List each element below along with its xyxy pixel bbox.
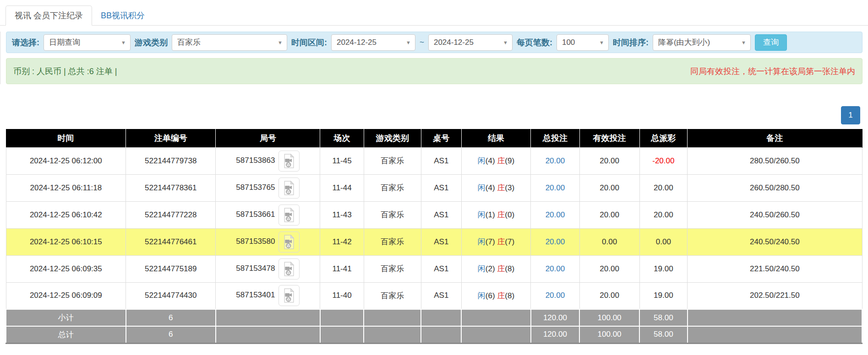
total-bet-link[interactable]: 20.00 <box>546 291 565 300</box>
valid-bet-cell: 20.00 <box>579 201 639 228</box>
valid-bet-notice-text: 同局有效投注，统一计算在该局第一张注单内 <box>690 66 855 77</box>
subtotal-payout: 58.00 <box>639 309 688 326</box>
grand-total-valid-bet: 100.00 <box>579 326 639 343</box>
date-to-select[interactable]: 2024-12-25 ▼ <box>428 34 513 51</box>
video-replay-button[interactable] <box>278 151 300 172</box>
valid-bet-cell: 20.00 <box>579 174 639 201</box>
video-replay-button[interactable] <box>278 204 300 226</box>
game-type-cell: 百家乐 <box>364 228 421 255</box>
remark-cell: 202.50/221.50 <box>688 282 862 309</box>
game-type-cell: 百家乐 <box>364 201 421 228</box>
result-cell: 闲(2) 庄(8) <box>461 255 530 282</box>
game-type-cell: 百家乐 <box>364 255 421 282</box>
banker-result-label: 庄 <box>497 183 505 192</box>
header-table-no: 桌号 <box>421 129 461 147</box>
search-button[interactable]: 查询 <box>755 34 787 51</box>
banker-result-value: (8) <box>505 291 514 300</box>
table-row: 2024-12-25 06:12:00 522144779738 5871538… <box>6 147 862 174</box>
game-type-select[interactable]: 百家乐 ▼ <box>172 34 287 51</box>
table-no-cell: AS1 <box>421 255 461 282</box>
total-bet-cell: 20.00 <box>531 174 580 201</box>
video-file-icon <box>282 154 296 168</box>
player-result-value: (4) <box>486 156 495 165</box>
round-id: 587153765 <box>236 183 275 192</box>
round-cell: 587153765 <box>216 174 320 201</box>
table-row: 2024-12-25 06:09:35 522144775189 5871534… <box>6 255 862 282</box>
payout-cell: 20.00 <box>639 174 688 201</box>
subtotal-count: 6 <box>126 309 216 326</box>
bet-id-cell: 522144775189 <box>126 255 216 282</box>
game-type-cell: 百家乐 <box>364 282 421 309</box>
remark-cell: 260.50/280.50 <box>688 174 862 201</box>
page-1-button[interactable]: 1 <box>841 106 860 124</box>
time-range-label: 时间区间: <box>291 37 327 48</box>
banker-result-label: 庄 <box>497 156 505 165</box>
table-no-cell: AS1 <box>421 228 461 255</box>
tab-video-bet-records[interactable]: 视讯 会员下注纪录 <box>5 5 92 26</box>
remark-cell: 221.50/240.50 <box>688 255 862 282</box>
payout-value: 20.00 <box>654 210 673 219</box>
time-cell: 2024-12-25 06:11:18 <box>6 174 126 201</box>
banker-result-label: 庄 <box>497 210 505 219</box>
header-remark: 备注 <box>688 129 862 147</box>
time-sort-select[interactable]: 降幂(由大到小) ▼ <box>653 34 751 51</box>
video-replay-button[interactable] <box>278 258 300 280</box>
banker-result-value: (7) <box>505 237 514 246</box>
grand-total-total-bet: 120.00 <box>531 326 580 343</box>
valid-bet-cell: 20.00 <box>579 255 639 282</box>
total-bet-link[interactable]: 20.00 <box>546 183 565 192</box>
table-no-cell: AS1 <box>421 147 461 174</box>
page-size-select[interactable]: 100 ▼ <box>557 34 609 51</box>
total-bet-link[interactable]: 20.00 <box>546 210 565 219</box>
total-bet-link[interactable]: 20.00 <box>546 264 565 273</box>
video-replay-button[interactable] <box>278 178 300 199</box>
grand-total-row: 总计 6 120.00 100.00 58.00 <box>6 326 862 343</box>
bet-id-cell: 522144779738 <box>126 147 216 174</box>
payout-value: 0.00 <box>656 237 671 246</box>
header-game-type: 游戏类别 <box>364 129 421 147</box>
time-cell: 2024-12-25 06:09:35 <box>6 255 126 282</box>
round-id: 587153401 <box>236 291 275 300</box>
total-bet-link[interactable]: 20.00 <box>546 156 565 165</box>
query-type-select[interactable]: 日期查询 ▼ <box>44 34 131 51</box>
time-cell: 2024-12-25 06:10:42 <box>6 201 126 228</box>
chevron-down-icon: ▼ <box>121 40 126 45</box>
video-file-icon <box>282 262 296 276</box>
total-bet-cell: 20.00 <box>531 147 580 174</box>
payout-value: 20.00 <box>654 183 673 192</box>
bet-records-table: 时间 注单编号 局号 场次 游戏类别 桌号 结果 总投注 有效投注 总派彩 备注… <box>5 129 863 344</box>
total-bet-link[interactable]: 20.00 <box>546 237 565 246</box>
video-replay-button[interactable] <box>278 231 300 253</box>
time-cell: 2024-12-25 06:12:00 <box>6 147 126 174</box>
remark-cell: 280.50/260.50 <box>688 147 862 174</box>
currency-summary-text: 币别 : 人民币 | 总共 :6 注单 | <box>13 66 117 77</box>
video-file-icon <box>282 288 296 303</box>
table-row: 2024-12-25 06:09:09 522144774430 5871534… <box>6 282 862 309</box>
bet-id-cell: 522144776461 <box>126 228 216 255</box>
valid-bet-cell: 20.00 <box>579 147 639 174</box>
video-replay-button[interactable] <box>278 285 300 306</box>
session-cell: 11-45 <box>320 147 364 174</box>
bet-id-cell: 522144778361 <box>126 174 216 201</box>
date-from-select[interactable]: 2024-12-25 ▼ <box>331 34 415 51</box>
total-bet-cell: 20.00 <box>531 201 580 228</box>
table-no-cell: AS1 <box>421 174 461 201</box>
table-row: 2024-12-25 06:10:15 522144776461 5871535… <box>6 228 862 255</box>
banker-result-label: 庄 <box>497 264 505 273</box>
result-cell: 闲(6) 庄(8) <box>461 282 530 309</box>
payout-cell: 0.00 <box>639 228 688 255</box>
payout-cell: 20.00 <box>639 201 688 228</box>
banker-result-value: (3) <box>505 183 514 192</box>
chevron-down-icon: ▼ <box>599 40 604 45</box>
remark-cell: 240.50/260.50 <box>688 201 862 228</box>
table-no-cell: AS1 <box>421 282 461 309</box>
banker-result-value: (8) <box>505 264 514 273</box>
video-file-icon <box>282 181 296 195</box>
page-size-label: 每页笔数: <box>517 37 552 48</box>
date-to-value: 2024-12-25 <box>434 38 474 47</box>
chevron-down-icon: ▼ <box>503 40 508 45</box>
tab-bb-video-points[interactable]: BB视讯积分 <box>92 6 153 25</box>
session-cell: 11-42 <box>320 228 364 255</box>
date-from-value: 2024-12-25 <box>337 38 377 47</box>
header-valid-bet: 有效投注 <box>579 129 639 147</box>
